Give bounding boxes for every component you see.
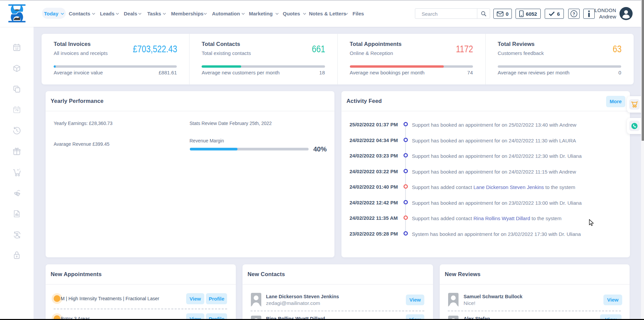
svg-text:12: 12	[15, 47, 18, 50]
